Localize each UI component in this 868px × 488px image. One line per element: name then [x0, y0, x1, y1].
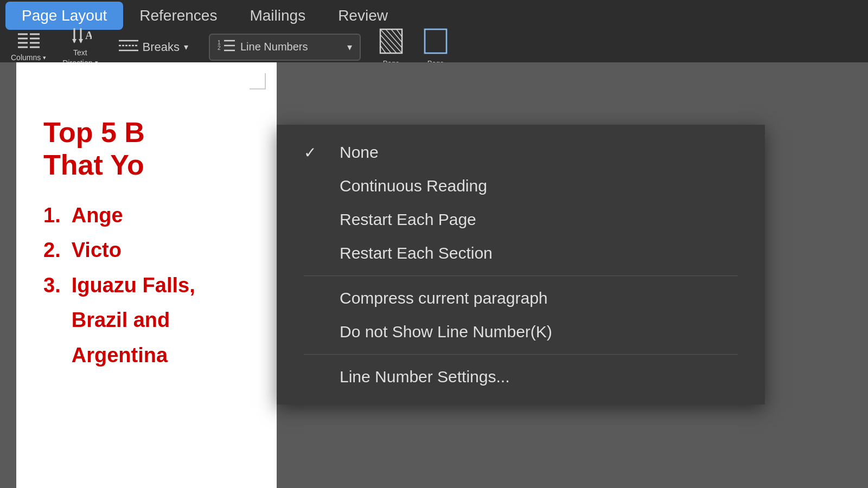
line-numbers-label: Line Numbers: [240, 41, 343, 53]
list-text-2: Victo: [72, 233, 122, 268]
svg-marker-9: [72, 39, 76, 43]
breaks-button[interactable]: Breaks ▾: [114, 36, 193, 59]
svg-rect-29: [425, 29, 446, 53]
page-hatched-button[interactable]: Page: [377, 27, 405, 67]
svg-text:A: A: [85, 29, 92, 41]
list-item: 2. Victo: [43, 233, 250, 268]
page-outline-icon: [422, 27, 450, 57]
list-item: 3. Iguazu Falls, Brazil and Argentina: [43, 268, 250, 373]
menu-restart-section-label: Restart Each Section: [340, 244, 493, 262]
tab-page-layout[interactable]: Page Layout: [5, 2, 123, 30]
text-direction-icon: A: [69, 27, 92, 47]
document-title: Top 5 B That Yo: [43, 117, 250, 182]
menu-item-continuous[interactable]: ✓ Continuous Reading: [277, 169, 765, 203]
tab-review[interactable]: Review: [322, 2, 404, 30]
text-direction-label: Text: [73, 48, 87, 57]
list-num-3: 3.: [43, 268, 61, 373]
menu-item-compress[interactable]: ✓ Compress current paragraph: [277, 281, 765, 315]
document-page: Top 5 B That Yo 1. Ange 2. Victo 3. Igua…: [16, 62, 277, 488]
list-num-1: 1.: [43, 198, 61, 233]
breaks-icon: [119, 38, 138, 56]
document-area: Top 5 B That Yo 1. Ange 2. Victo 3. Igua…: [0, 62, 868, 488]
columns-label: Columns: [11, 53, 41, 62]
list-text-3: Iguazu Falls, Brazil and Argentina: [72, 268, 250, 373]
columns-icon: [17, 32, 41, 52]
ribbon-tools-row: Columns ▾ A Text Direction ▾: [0, 31, 868, 62]
svg-marker-11: [79, 39, 83, 43]
menu-item-do-not-show[interactable]: ✓ Do not Show Line Number(K): [277, 315, 765, 349]
svg-line-28: [397, 29, 402, 37]
page-outline-button[interactable]: Page: [422, 27, 450, 67]
title-line2: That Yo: [43, 149, 250, 182]
line-numbers-icon: 1 2: [218, 38, 236, 56]
menu-compress-label: Compress current paragraph: [340, 289, 548, 307]
check-icon: ✓: [304, 144, 323, 162]
svg-line-27: [380, 46, 386, 53]
tab-mailings-label: Mailings: [250, 7, 305, 24]
page-hatched-icon: [377, 27, 405, 57]
tab-review-label: Review: [338, 7, 388, 24]
title-line1: Top 5 B: [43, 117, 250, 149]
list-item: 1. Ange: [43, 198, 250, 233]
line-numbers-button[interactable]: 1 2 Line Numbers ▾: [209, 34, 361, 61]
tab-references-label: References: [139, 7, 217, 24]
tab-page-layout-label: Page Layout: [22, 7, 107, 24]
breaks-arrow: ▾: [184, 42, 188, 52]
text-direction-label-row: Text: [73, 48, 87, 57]
columns-arrow: ▾: [43, 54, 46, 61]
menu-do-not-show-label: Do not Show Line Number(K): [340, 323, 552, 341]
menu-restart-page-label: Restart Each Page: [340, 210, 476, 229]
list-num-2: 2.: [43, 233, 61, 268]
svg-line-25: [380, 40, 391, 53]
page-corner-mark: [250, 73, 266, 89]
svg-line-26: [391, 29, 402, 42]
menu-continuous-label: Continuous Reading: [340, 177, 487, 195]
menu-separator-2: [304, 354, 738, 355]
menu-item-none[interactable]: ✓ None: [277, 136, 765, 169]
columns-button[interactable]: Columns ▾: [11, 32, 46, 62]
line-numbers-dropdown: ✓ None ✓ Continuous Reading ✓ Restart Ea…: [277, 125, 765, 404]
svg-text:2: 2: [218, 45, 221, 51]
menu-none-label: None: [340, 143, 379, 162]
text-direction-button[interactable]: A Text Direction ▾: [62, 27, 98, 67]
menu-separator-1: [304, 275, 738, 276]
tab-references[interactable]: References: [123, 2, 233, 30]
list-text-1: Ange: [72, 198, 123, 233]
menu-item-restart-section[interactable]: ✓ Restart Each Section: [277, 236, 765, 270]
line-numbers-arrow: ▾: [347, 41, 352, 53]
menu-item-settings[interactable]: ✓ Line Number Settings...: [277, 360, 765, 394]
menu-settings-label: Line Number Settings...: [340, 368, 510, 386]
menu-item-restart-page[interactable]: ✓ Restart Each Page: [277, 203, 765, 236]
svg-rect-30: [425, 29, 446, 53]
breaks-label: Breaks: [143, 40, 180, 54]
columns-label-row: Columns ▾: [11, 53, 46, 62]
ribbon: Page Layout References Mailings Review: [0, 0, 868, 62]
tab-mailings[interactable]: Mailings: [233, 2, 322, 30]
document-list: 1. Ange 2. Victo 3. Iguazu Falls, Brazil…: [43, 198, 250, 373]
